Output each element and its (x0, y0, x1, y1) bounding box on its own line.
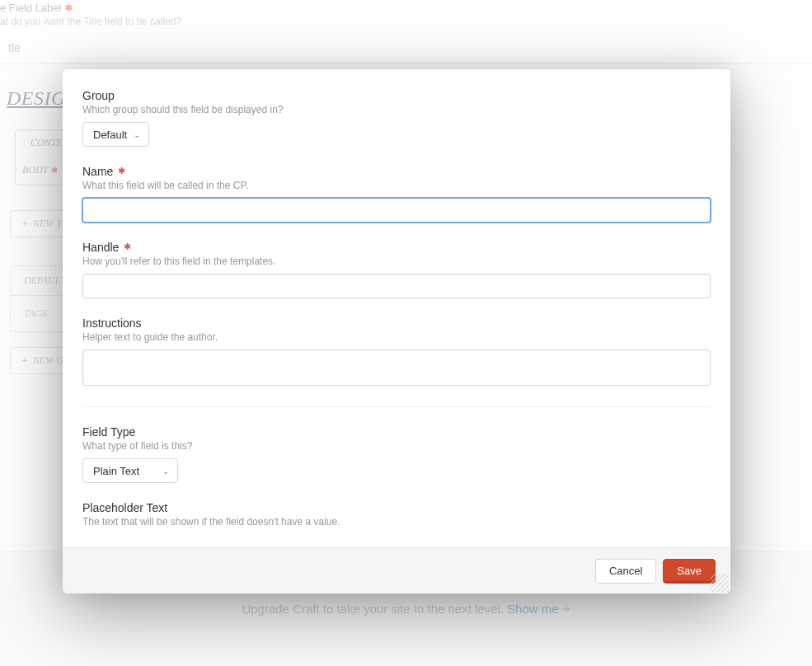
field-handle: Handle ✱ How you'll refer to this field … (82, 241, 711, 298)
field-group: Group Which group should this field be d… (82, 89, 711, 147)
field-placeholder-text: Placeholder Text The text that will be s… (82, 501, 711, 528)
required-asterisk-icon: ✱ (118, 166, 125, 176)
chevron-down-icon: ⌄ (134, 130, 140, 139)
field-type-help: What type of field is this? (82, 440, 711, 452)
field-type: Field Type What type of field is this? P… (82, 425, 711, 483)
instructions-label: Instructions (82, 317, 711, 330)
modal-body: Group Which group should this field be d… (63, 69, 730, 547)
group-select[interactable]: Default ⌄ (82, 122, 149, 147)
resize-grip-icon[interactable] (717, 580, 729, 592)
field-type-select[interactable]: Plain Text ⌄ (82, 458, 178, 483)
name-label: Name ✱ (82, 165, 711, 178)
name-help: What this field will be called in the CP… (82, 180, 711, 191)
group-select-value: Default (93, 129, 127, 141)
new-field-modal: Group Which group should this field be d… (63, 69, 730, 593)
required-asterisk-icon: ✱ (124, 242, 131, 251)
save-button[interactable]: Save (663, 559, 716, 584)
handle-help: How you'll refer to this field in the te… (82, 256, 711, 267)
placeholder-text-help: The text that will be shown if the field… (82, 516, 711, 528)
group-label: Group (82, 89, 711, 102)
modal-footer: Cancel Save (63, 547, 730, 593)
cancel-button[interactable]: Cancel (595, 559, 656, 584)
field-instructions: Instructions Helper text to guide the au… (82, 317, 711, 388)
name-input[interactable] (82, 198, 711, 223)
field-type-label: Field Type (82, 425, 711, 439)
instructions-textarea[interactable] (82, 349, 711, 386)
field-type-value: Plain Text (93, 465, 139, 477)
handle-label: Handle ✱ (82, 241, 711, 254)
chevron-down-icon: ⌄ (162, 467, 169, 476)
name-label-text: Name (82, 165, 113, 178)
divider (82, 406, 711, 407)
field-name: Name ✱ What this field will be called in… (82, 165, 711, 223)
handle-input[interactable] (82, 274, 711, 298)
placeholder-text-label: Placeholder Text (82, 501, 711, 514)
group-help: Which group should this field be display… (82, 104, 711, 115)
instructions-help: Helper text to guide the author. (82, 331, 711, 343)
handle-label-text: Handle (82, 241, 119, 254)
